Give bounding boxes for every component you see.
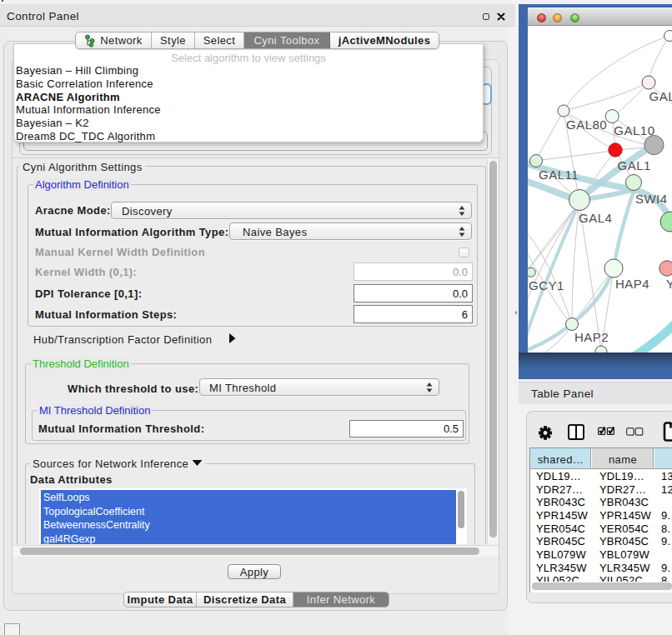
- svg-text:GAL11: GAL11: [539, 168, 579, 182]
- svg-text:SWI4: SWI4: [635, 192, 668, 206]
- svg-text:GAL4: GAL4: [579, 211, 612, 225]
- svg-text:Y: Y: [666, 277, 672, 291]
- svg-text:GAL80: GAL80: [566, 118, 607, 132]
- svg-text:GAL1: GAL1: [618, 158, 651, 172]
- svg-text:GAL10: GAL10: [614, 123, 654, 138]
- svg-text:GCY1: GCY1: [529, 278, 564, 292]
- svg-text:HAP4: HAP4: [615, 277, 649, 291]
- svg-text:GAL2: GAL2: [649, 89, 672, 103]
- svg-text:HAP2: HAP2: [574, 330, 609, 344]
